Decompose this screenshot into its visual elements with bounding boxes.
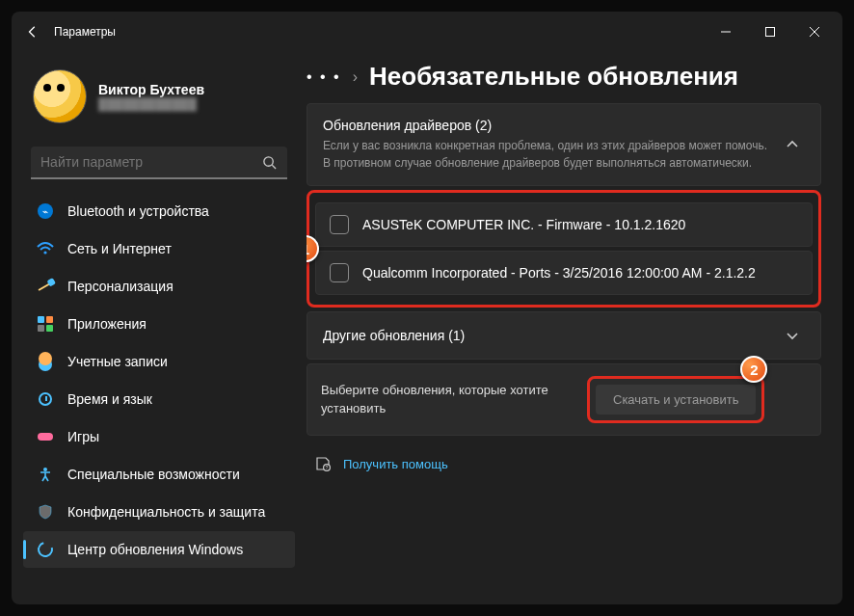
bluetooth-icon: ⌁ [37,202,54,220]
accessibility-icon [37,466,54,483]
profile-block[interactable]: Виктор Бухтеев ████████████ [23,52,295,141]
svg-point-4 [43,251,46,254]
action-button-highlight: 2 Скачать и установить [587,376,764,423]
breadcrumb: • • • › Необязательные обновления [307,62,821,92]
nav-label: Bluetooth и устройства [67,203,209,219]
svg-rect-1 [766,28,775,37]
action-text: Выберите обновления, которые хотите уста… [321,382,572,416]
nav-label: Сеть и Интернет [67,241,172,256]
update-icon [37,541,54,558]
svg-text:?: ? [326,465,329,470]
download-install-button[interactable]: Скачать и установить [596,385,756,415]
nav-accessibility[interactable]: Специальные возможности [23,456,295,493]
help-icon: ? [314,455,332,472]
settings-window: Параметры Виктор Бухтеев ████████████ ⌁ [12,12,842,604]
minimize-button[interactable] [704,17,748,46]
nav-personalization[interactable]: Персонализация [23,268,295,305]
svg-rect-5 [38,433,53,441]
apps-icon [37,315,54,333]
nav-label: Игры [67,429,99,444]
titlebar: Параметры [12,12,842,52]
collapse-icon[interactable] [782,134,803,155]
other-updates-card[interactable]: Другие обновления (1) [307,311,821,360]
card-description: Если у вас возникла конкретная проблема,… [323,137,770,172]
clock-icon [37,390,54,408]
breadcrumb-more[interactable]: • • • [307,68,341,86]
user-icon [37,353,54,370]
nav-label: Специальные возможности [67,467,240,482]
nav-gaming[interactable]: Игры [23,418,295,455]
user-name: Виктор Бухтеев [98,82,204,97]
user-email: ████████████ [98,97,204,111]
nav-accounts[interactable]: Учетные записи [23,343,295,380]
card-title: Другие обновления (1) [323,328,770,343]
driver-item[interactable]: Qualcomm Incorporated - Ports - 3/25/201… [315,251,813,295]
window-title: Параметры [54,25,116,39]
svg-line-3 [272,165,276,169]
close-button[interactable] [792,17,837,46]
driver-checkbox[interactable] [330,215,349,234]
nav-label: Время и язык [67,391,152,407]
nav-list: ⌁ Bluetooth и устройства Сеть и Интернет… [23,193,295,593]
drivers-list-highlight: 1 ASUSTeK COMPUTER INC. - Firmware - 10.… [307,190,821,308]
annotation-2: 2 [740,356,767,383]
card-title: Обновления драйверов (2) [323,118,770,133]
page-title: Необязательные обновления [369,62,738,92]
expand-icon[interactable] [782,325,803,346]
avatar [33,69,87,123]
nav-privacy[interactable]: Конфиденциальность и защита [23,494,295,530]
driver-label: Qualcomm Incorporated - Ports - 3/25/201… [362,265,756,281]
maximize-button[interactable] [748,17,792,46]
nav-label: Учетные записи [67,354,168,369]
shield-icon [37,503,54,521]
driver-checkbox[interactable] [330,263,349,282]
gamepad-icon [37,428,54,445]
action-row: Выберите обновления, которые хотите уста… [307,363,821,436]
svg-point-6 [43,468,47,471]
nav-time-language[interactable]: Время и язык [23,381,295,417]
sidebar: Виктор Бухтеев ████████████ ⌁ Bluetooth … [12,52,307,604]
get-help-link[interactable]: Получить помощь [343,457,448,471]
drivers-header-card[interactable]: Обновления драйверов (2) Если у вас возн… [307,103,821,186]
search-box[interactable] [31,147,287,179]
help-row: ? Получить помощь [307,436,821,492]
nav-label: Приложения [67,316,147,332]
wifi-icon [37,240,54,257]
nav-apps[interactable]: Приложения [23,306,295,342]
driver-label: ASUSTeK COMPUTER INC. - Firmware - 10.1.… [362,217,685,232]
nav-network[interactable]: Сеть и Интернет [23,230,295,267]
search-input[interactable] [40,154,253,170]
nav-label: Конфиденциальность и защита [67,504,265,520]
nav-bluetooth[interactable]: ⌁ Bluetooth и устройства [23,193,295,229]
back-button[interactable] [17,16,48,47]
nav-windows-update[interactable]: Центр обновления Windows [23,531,295,568]
search-icon [260,153,278,171]
brush-icon [37,278,54,295]
nav-label: Центр обновления Windows [67,542,243,557]
nav-label: Персонализация [67,279,173,294]
driver-item[interactable]: ASUSTeK COMPUTER INC. - Firmware - 10.1.… [315,202,813,247]
content-area: • • • › Необязательные обновления Обновл… [307,52,842,604]
svg-point-2 [263,156,272,165]
chevron-right-icon: › [353,68,358,86]
